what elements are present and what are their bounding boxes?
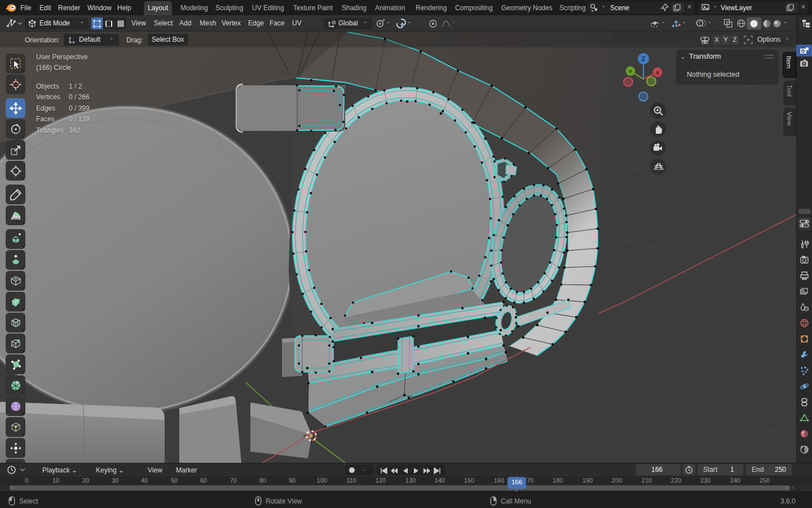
- svg-text:Z: Z: [642, 56, 645, 62]
- svg-text:Y: Y: [629, 69, 632, 75]
- svg-text:X: X: [656, 70, 659, 76]
